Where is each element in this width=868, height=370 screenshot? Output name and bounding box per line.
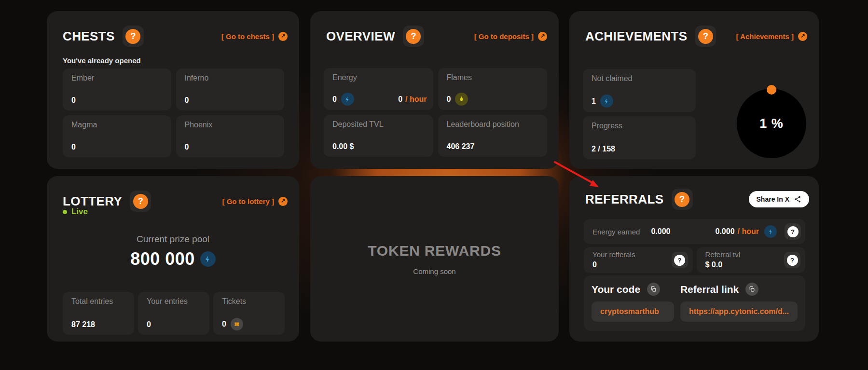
your-refferals-tile: Your refferals 0 ? xyxy=(584,247,693,273)
tile-label: Your entries xyxy=(147,298,188,305)
overview-tiles: Energy 0 0 / hour Flames 0 xyxy=(324,68,547,157)
referral-link-label: Referral link xyxy=(680,284,739,295)
referrals-header: REFERRALS ? Share In X xyxy=(585,189,809,210)
lottery-status: Live xyxy=(63,207,88,217)
energy-rate: 0 / hour xyxy=(398,95,427,104)
help-icon: ? xyxy=(406,29,421,44)
tile-value: 0 xyxy=(185,96,189,104)
tile-label: Referral tvl xyxy=(705,251,741,258)
tile-value: 0 xyxy=(592,261,597,269)
help-icon: ? xyxy=(675,192,689,207)
chest-tile-magma: Magma 0 xyxy=(63,115,171,157)
share-in-x-button[interactable]: Share In X xyxy=(749,191,809,207)
tile-value: 87 218 xyxy=(71,321,95,329)
achievements-title: ACHIEVEMENTS xyxy=(585,29,687,44)
live-dot-icon xyxy=(63,210,67,214)
tile-value: 0 xyxy=(71,143,76,151)
external-arrow-icon: ↗ xyxy=(538,32,547,41)
question-icon: ? xyxy=(674,255,685,266)
tile-label: Leaderboard position xyxy=(447,121,519,128)
achievements-tiles: Not claimed 1 Progress 2 / 158 xyxy=(583,69,696,159)
not-claimed-value-row: 1 xyxy=(592,95,689,108)
overview-card: OVERVIEW ? [ Go to deposits ] ↗ Energy 0… xyxy=(310,11,559,169)
flames-value-row: 0 xyxy=(447,93,541,106)
referral-tvl-tile: Referral tvl $ 0.0 ? xyxy=(697,247,806,273)
help-icon: ? xyxy=(125,29,140,44)
tile-value: 2 / 158 xyxy=(592,145,615,153)
question-icon: ? xyxy=(787,255,798,266)
tile-label: Ember xyxy=(71,74,94,82)
your-entries-tile: Your entries 0 xyxy=(138,292,209,335)
tile-label: Deposited TVL xyxy=(332,121,384,128)
lottery-help-button[interactable]: ? xyxy=(130,191,151,212)
tile-label: Energy xyxy=(332,74,357,82)
lottery-tiles: Total entries 87 218 Your entries 0 Tick… xyxy=(63,292,285,335)
chest-tile-phoenix: Phoenix 0 xyxy=(176,115,285,157)
referral-code-panel: Your code cryptosmarthub Referral link xyxy=(584,275,805,331)
tile-label: Your refferals xyxy=(592,251,635,258)
copy-link-button[interactable] xyxy=(745,283,758,296)
your-code-label: Your code xyxy=(592,284,640,295)
your-refferals-help-button[interactable]: ? xyxy=(672,252,688,268)
energy-earned-rate-value: 0.000 xyxy=(716,227,735,236)
referral-tvl-help-button[interactable]: ? xyxy=(784,252,800,268)
referrals-card: REFERRALS ? Share In X Energy earned 0.0… xyxy=(569,176,819,342)
go-to-chests-link[interactable]: [ Go to chests ] ↗ xyxy=(221,32,288,41)
chests-card: CHESTS ? [ Go to chests ] ↗ You've alrea… xyxy=(47,11,299,169)
energy-value: 0 xyxy=(332,95,337,104)
energy-earned-label: Energy earned xyxy=(592,228,640,236)
flame-icon xyxy=(455,93,468,106)
prize-pool: Current prize pool 800 000 xyxy=(47,234,299,269)
tile-label: Not claimed xyxy=(592,75,632,82)
not-claimed-tile: Not claimed 1 xyxy=(583,69,696,112)
overview-help-button[interactable]: ? xyxy=(403,26,424,47)
chest-tile-inferno: Inferno 0 xyxy=(176,69,285,110)
copy-code-button[interactable] xyxy=(647,283,660,296)
live-label: Live xyxy=(71,207,88,217)
prize-pool-label: Current prize pool xyxy=(47,234,299,245)
flames-tile: Flames 0 xyxy=(438,68,548,110)
chests-tiles: Ember 0 Inferno 0 Magma 0 Phoenix 0 xyxy=(63,69,284,157)
achievements-link-label: [ Achievements ] xyxy=(736,32,794,41)
external-arrow-icon: ↗ xyxy=(278,197,288,206)
tile-label: Phoenix xyxy=(185,121,213,129)
energy-earned-row: Energy earned 0.000 0.000 / hour ? xyxy=(584,219,805,244)
referral-link-column: Referral link https://app.cytonic.com/d.… xyxy=(680,283,798,324)
chest-tile-ember: Ember 0 xyxy=(63,69,171,110)
go-to-chests-label: [ Go to chests ] xyxy=(221,32,274,41)
energy-value-row: 0 0 / hour xyxy=(332,93,427,106)
share-icon xyxy=(794,195,801,203)
external-arrow-icon: ↗ xyxy=(798,32,807,41)
leaderboard-tile: Leaderboard position 406 237 xyxy=(438,115,548,157)
your-code-value-box[interactable]: cryptosmarthub xyxy=(592,301,674,322)
go-to-deposits-link[interactable]: [ Go to deposits ] ↗ xyxy=(474,32,547,41)
help-icon: ? xyxy=(698,29,713,44)
go-to-lottery-link[interactable]: [ Go to lottery ] ↗ xyxy=(222,197,288,206)
lottery-header: LOTTERY ? [ Go to lottery ] ↗ xyxy=(63,191,288,212)
referrals-help-button[interactable]: ? xyxy=(672,189,693,210)
chests-help-button[interactable]: ? xyxy=(123,26,144,47)
external-arrow-icon: ↗ xyxy=(278,32,288,41)
energy-tile: Energy 0 0 / hour xyxy=(324,68,433,110)
total-entries-tile: Total entries 87 218 xyxy=(63,292,134,335)
token-rewards-subtitle: Coming soon xyxy=(413,267,455,275)
tile-label: Magma xyxy=(71,121,97,129)
tickets-tile: Tickets 0 xyxy=(213,292,285,335)
tickets-value: 0 xyxy=(222,320,226,329)
energy-earned-help-button[interactable]: ? xyxy=(785,223,801,240)
share-in-x-label: Share In X xyxy=(757,195,789,203)
referral-link-value-box[interactable]: https://app.cytonic.com/d... xyxy=(680,301,798,322)
achievements-link[interactable]: [ Achievements ] ↗ xyxy=(736,32,807,41)
energy-earned-rate: 0.000 / hour xyxy=(716,225,777,238)
lottery-card: LOTTERY ? [ Go to lottery ] ↗ Live Curre… xyxy=(47,176,299,342)
not-claimed-value: 1 xyxy=(592,97,596,106)
achievements-help-button[interactable]: ? xyxy=(695,26,716,47)
energy-bolt-icon xyxy=(764,225,777,238)
energy-bolt-icon xyxy=(600,95,613,108)
tile-value: 0 xyxy=(147,321,151,329)
progress-tile: Progress 2 / 158 xyxy=(583,116,696,159)
energy-rate-value: 0 xyxy=(398,95,402,104)
achievements-progress-circle: 1 % xyxy=(737,89,806,158)
referral-link-header: Referral link xyxy=(680,283,798,296)
progress-percent: 1 % xyxy=(759,116,784,131)
